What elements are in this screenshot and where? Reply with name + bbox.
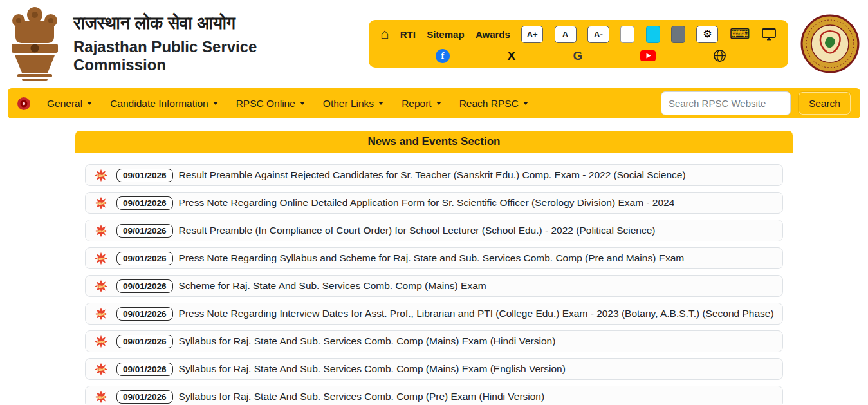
caret-down-icon bbox=[213, 102, 218, 105]
nav-search-group: Search bbox=[661, 91, 851, 115]
news-section-header: News and Events Section bbox=[75, 131, 793, 153]
news-list-item[interactable]: New 09/01/2026 Press Note Regarding Inte… bbox=[85, 303, 783, 325]
news-date-badge: 09/01/2026 bbox=[116, 224, 173, 238]
nav-menu-item[interactable]: Other Links bbox=[317, 93, 389, 115]
site-title-hindi: राजस्थान लोक सेवा आयोग bbox=[73, 13, 351, 35]
news-date-badge: 09/01/2026 bbox=[116, 335, 173, 348]
caret-down-icon bbox=[523, 102, 528, 105]
search-input[interactable] bbox=[661, 91, 791, 115]
font-increase-button[interactable]: A+ bbox=[521, 26, 543, 43]
nav-menu-item[interactable]: General bbox=[41, 93, 98, 115]
nav-menu-item[interactable]: Reach RPSC bbox=[454, 93, 534, 115]
news-list-item[interactable]: New 09/01/2026 Syllabus for Raj. State A… bbox=[85, 330, 783, 352]
google-icon[interactable]: G bbox=[573, 49, 582, 63]
news-list: New 09/01/2026 Result Preamble Against R… bbox=[75, 153, 793, 405]
nav-menu-item[interactable]: Candidate Information bbox=[104, 93, 224, 115]
news-list-item[interactable]: New 09/01/2026 Syllabus for Raj. State A… bbox=[85, 358, 783, 380]
news-link[interactable]: Press Note Regarding Syllabus and Scheme… bbox=[179, 252, 685, 264]
news-date-badge: 09/01/2026 bbox=[116, 169, 173, 182]
font-decrease-button[interactable]: A- bbox=[587, 26, 609, 43]
news-list-item[interactable]: New 09/01/2026 Press Note Regarding Onli… bbox=[85, 192, 783, 214]
quick-links-panel: ⌂ RTI Sitemap Awards A+ A A- ⚙ ⌨ f X G bbox=[369, 20, 788, 68]
theme-cyan-button[interactable] bbox=[646, 26, 660, 43]
search-button[interactable]: Search bbox=[798, 91, 851, 115]
news-list-item[interactable]: New 09/01/2026 Scheme for Raj. State And… bbox=[85, 275, 783, 297]
news-date-badge: 09/01/2026 bbox=[116, 307, 173, 321]
facebook-glyph: f bbox=[436, 49, 450, 63]
nav-menu-item[interactable]: Report bbox=[396, 93, 447, 115]
site-title-english: Rajasthan Public Service Commission bbox=[73, 38, 351, 74]
new-badge-icon: New bbox=[91, 169, 111, 182]
settings-button[interactable]: ⚙ bbox=[696, 26, 718, 43]
news-list-item[interactable]: New 09/01/2026 Press Note Regarding Syll… bbox=[85, 247, 783, 269]
caret-down-icon bbox=[87, 102, 92, 105]
site-titles: राजस्थान लोक सेवा आयोग Rajasthan Public … bbox=[73, 13, 351, 75]
new-badge-icon: New bbox=[91, 279, 111, 293]
sitemap-link[interactable]: Sitemap bbox=[427, 29, 464, 40]
keyboard-icon[interactable]: ⌨ bbox=[730, 27, 750, 41]
home-icon[interactable]: ⌂ bbox=[380, 27, 389, 41]
x-glyph: X bbox=[507, 49, 515, 63]
social-links-row: f X G bbox=[380, 49, 777, 63]
nav-brand-icon[interactable] bbox=[17, 97, 31, 111]
new-badge-icon: New bbox=[91, 335, 111, 348]
new-badge-icon: New bbox=[91, 390, 111, 404]
google-glyph: G bbox=[573, 49, 582, 63]
news-link[interactable]: Scheme for Raj. State And Sub. Services … bbox=[179, 280, 486, 292]
main-navigation: General Candidate Information RPSC Onlin… bbox=[8, 88, 860, 118]
news-date-badge: 09/01/2026 bbox=[116, 390, 173, 404]
nav-item-label: Report bbox=[402, 98, 432, 109]
news-link[interactable]: Press Note Regarding Interview Dates for… bbox=[179, 308, 774, 319]
india-national-emblem bbox=[8, 3, 62, 84]
quick-links-row: ⌂ RTI Sitemap Awards A+ A A- ⚙ ⌨ bbox=[380, 26, 777, 43]
news-link[interactable]: Press Note Regarding Online Detailed App… bbox=[179, 197, 675, 209]
nav-item-label: RPSC Online bbox=[236, 98, 295, 109]
caret-down-icon bbox=[378, 102, 383, 105]
news-and-events-section: News and Events Section New 09/01/2026 R… bbox=[75, 131, 793, 405]
new-badge-icon: New bbox=[91, 307, 111, 321]
news-list-item[interactable]: New 09/01/2026 Result Preamble Against R… bbox=[85, 164, 783, 186]
globe-icon[interactable] bbox=[713, 49, 726, 62]
new-badge-icon: New bbox=[91, 224, 111, 238]
new-badge-icon: New bbox=[91, 252, 111, 265]
news-link[interactable]: Syllabus for Raj. State And Sub. Service… bbox=[179, 363, 566, 375]
news-link[interactable]: Syllabus for Raj. State And Sub. Service… bbox=[179, 391, 545, 402]
nav-item-label: General bbox=[47, 98, 82, 109]
rti-link[interactable]: RTI bbox=[400, 29, 416, 40]
youtube-icon[interactable] bbox=[640, 50, 656, 61]
new-badge-icon: New bbox=[91, 363, 111, 376]
news-list-item[interactable]: New 09/01/2026 Syllabus for Raj. State A… bbox=[85, 386, 783, 405]
theme-gray-button[interactable] bbox=[671, 26, 685, 43]
news-link[interactable]: Syllabus for Raj. State And Sub. Service… bbox=[179, 335, 556, 347]
font-default-button[interactable]: A bbox=[555, 26, 577, 43]
nav-menu-item[interactable]: RPSC Online bbox=[230, 93, 311, 115]
gear-icon: ⚙ bbox=[703, 28, 712, 39]
caret-down-icon bbox=[300, 102, 305, 105]
awards-link[interactable]: Awards bbox=[476, 29, 510, 40]
rpsc-seal-logo bbox=[800, 14, 860, 73]
screen-reader-icon[interactable] bbox=[761, 27, 777, 41]
nav-item-label: Candidate Information bbox=[110, 98, 208, 109]
facebook-icon[interactable]: f bbox=[436, 49, 450, 63]
theme-default-button[interactable] bbox=[620, 26, 634, 43]
news-date-badge: 09/01/2026 bbox=[116, 279, 173, 293]
news-link[interactable]: Result Preamble (In Compliance of Court … bbox=[179, 225, 656, 236]
nav-item-label: Reach RPSC bbox=[459, 98, 519, 109]
x-twitter-icon[interactable]: X bbox=[507, 49, 515, 63]
news-list-item[interactable]: New 09/01/2026 Result Preamble (In Compl… bbox=[85, 220, 783, 241]
news-link[interactable]: Result Preamble Against Rejected Candida… bbox=[179, 169, 686, 181]
news-date-badge: 09/01/2026 bbox=[116, 363, 173, 376]
new-badge-icon: New bbox=[91, 196, 111, 210]
site-header: राजस्थान लोक सेवा आयोग Rajasthan Public … bbox=[0, 0, 868, 87]
nav-menu: General Candidate Information RPSC Onlin… bbox=[41, 93, 534, 115]
caret-down-icon bbox=[436, 102, 441, 105]
news-date-badge: 09/01/2026 bbox=[116, 252, 173, 265]
news-date-badge: 09/01/2026 bbox=[116, 196, 173, 210]
nav-item-label: Other Links bbox=[323, 98, 374, 109]
